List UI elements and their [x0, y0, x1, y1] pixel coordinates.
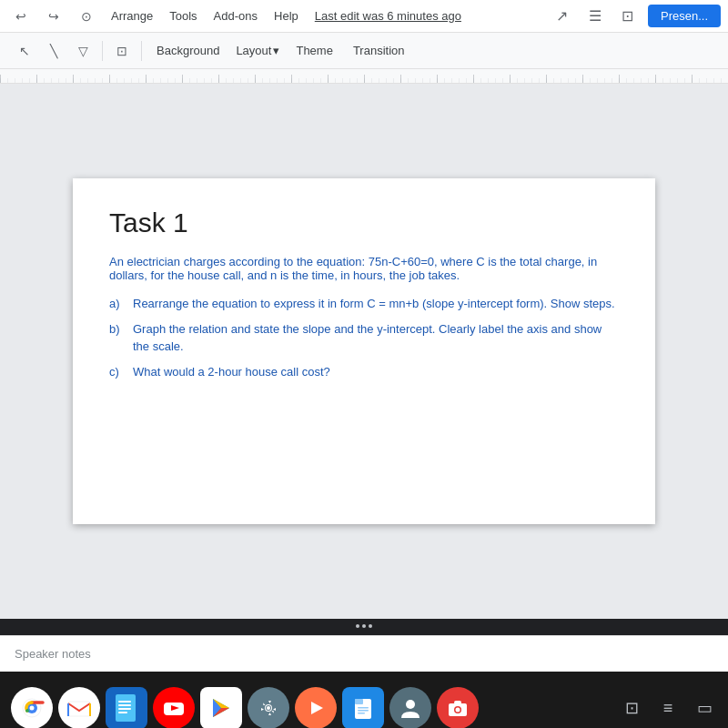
- play-store-icon[interactable]: [200, 687, 242, 728]
- list-text-a: Rearrange the equation to express it in …: [133, 295, 615, 313]
- layout-tab[interactable]: Layout ▾: [230, 40, 285, 61]
- svg-rect-9: [68, 702, 90, 716]
- svg-point-33: [456, 708, 460, 713]
- embed-icon[interactable]: ⊡: [108, 37, 136, 65]
- list-item: c) What would a 2-hour house call cost?: [109, 363, 619, 381]
- play-music-icon[interactable]: [295, 687, 337, 728]
- svg-point-30: [406, 700, 415, 709]
- list-item: b) Graph the relation and state the slop…: [109, 320, 619, 356]
- present-button[interactable]: Presen...: [648, 5, 721, 27]
- speaker-notes-bar[interactable]: Speaker notes: [0, 635, 728, 672]
- svg-rect-27: [358, 707, 369, 709]
- avatar-icon[interactable]: [389, 687, 431, 728]
- menu-icon[interactable]: ≡: [655, 695, 681, 721]
- svg-rect-28: [358, 710, 369, 712]
- theme-tab[interactable]: Theme: [287, 40, 341, 61]
- line-icon[interactable]: ╲: [40, 37, 67, 65]
- trending-icon[interactable]: ↗: [550, 4, 575, 29]
- fullscreen-icon[interactable]: ⊡: [615, 4, 641, 29]
- list-text-b: Graph the relation and state the slope a…: [133, 320, 619, 356]
- taskbar-icons: [11, 687, 479, 728]
- list-item: a) Rearrange the equation to express it …: [109, 295, 619, 313]
- svg-rect-14: [118, 712, 127, 713]
- tools-menu[interactable]: Tools: [164, 5, 202, 26]
- svg-point-8: [30, 706, 35, 711]
- slide[interactable]: Task 1 An electrician charges according …: [73, 178, 655, 524]
- list-label-a: a): [109, 295, 126, 313]
- refresh-icon[interactable]: ⊙: [73, 3, 100, 30]
- menu-bar-right: ↗ ☰ ⊡ Presen...: [550, 4, 721, 29]
- screen-icon[interactable]: ⊡: [619, 695, 644, 721]
- svg-rect-12: [118, 704, 131, 706]
- help-menu[interactable]: Help: [268, 5, 304, 26]
- toolbar-divider-1: [102, 41, 103, 61]
- svg-rect-11: [118, 701, 131, 703]
- toolbar: ↖ ╲ ▽ ⊡ Background Layout ▾ Theme Transi…: [0, 33, 728, 69]
- arrange-menu[interactable]: Arrange: [106, 5, 158, 26]
- last-edit-label: Last edit was 6 minutes ago: [309, 5, 467, 26]
- svg-point-23: [267, 706, 270, 710]
- speaker-notes-label: Speaker notes: [15, 647, 91, 661]
- menu-bar: ↩ ↪ ⊙ Arrange Tools Add-ons Help Last ed…: [0, 0, 728, 33]
- list-label-c: c): [109, 363, 126, 381]
- toolbar-divider-2: [141, 41, 142, 61]
- slide-list: a) Rearrange the equation to express it …: [109, 295, 619, 380]
- settings-icon[interactable]: [248, 687, 289, 728]
- svg-rect-4: [0, 69, 728, 84]
- comment-icon[interactable]: ☰: [582, 4, 608, 29]
- taskbar-right: ⊡ ≡ ▭: [619, 695, 717, 721]
- layout-arrow-icon: ▾: [273, 44, 279, 57]
- gmail-icon[interactable]: [58, 687, 100, 728]
- background-tab[interactable]: Background: [147, 40, 228, 61]
- youtube-icon[interactable]: [153, 687, 195, 728]
- camera-icon[interactable]: [437, 687, 479, 728]
- notes-dots: [0, 619, 728, 633]
- svg-rect-34: [454, 701, 461, 704]
- undo-icon[interactable]: ↩: [7, 3, 35, 30]
- ruler: /* ruler ticks */: [0, 69, 728, 84]
- transition-tab[interactable]: Transition: [344, 40, 414, 61]
- docs-icon[interactable]: [106, 687, 147, 728]
- list-label-b: b): [109, 320, 126, 356]
- svg-rect-29: [358, 713, 365, 714]
- files-icon[interactable]: [342, 687, 384, 728]
- taskbar: ⊡ ≡ ▭: [0, 672, 728, 728]
- chrome-icon[interactable]: [11, 687, 53, 728]
- addons-menu[interactable]: Add-ons: [208, 5, 263, 26]
- main-area: Task 1 An electrician charges according …: [0, 84, 728, 619]
- window-icon[interactable]: ▭: [692, 695, 717, 721]
- cursor-icon[interactable]: ↖: [11, 37, 38, 65]
- dot-1: [356, 624, 359, 628]
- slide-intro: An electrician charges according to the …: [109, 255, 619, 282]
- shape-icon[interactable]: ▽: [69, 37, 96, 65]
- slide-title: Task 1: [109, 207, 619, 238]
- menu-bar-left: ↩ ↪ ⊙ Arrange Tools Add-ons Help Last ed…: [7, 3, 548, 30]
- list-text-c: What would a 2-hour house call cost?: [133, 363, 330, 381]
- dot-2: [362, 624, 366, 628]
- redo-icon[interactable]: ↪: [40, 3, 67, 30]
- dot-3: [369, 624, 372, 628]
- svg-rect-13: [118, 708, 131, 710]
- svg-marker-24: [311, 702, 323, 714]
- svg-rect-26: [355, 699, 363, 704]
